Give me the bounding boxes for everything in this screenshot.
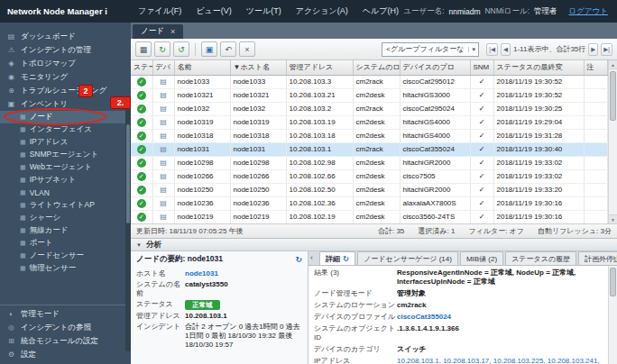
col-mgmt-address[interactable]: 管理アドレス — [286, 60, 353, 75]
sidebar-item-management-mode[interactable]: ◐ 管理モード — [0, 307, 131, 321]
col-device[interactable]: デバ — [152, 60, 174, 75]
cell-profile-link[interactable]: alaxalaAX7800S — [400, 196, 470, 210]
sidebar-item-ip-subnets[interactable]: ▦ IPサブネット — [0, 174, 131, 187]
menu-actions[interactable]: アクション(A) — [296, 5, 348, 17]
sidebar-item-troubleshooting[interactable]: ⊕ トラブルシューティング — [0, 84, 131, 97]
table-scrollbar-thumb[interactable] — [610, 71, 616, 121]
sidebar-item-ip-addresses[interactable]: ▦ IPアドレス — [0, 136, 131, 149]
table-row-selected[interactable]: ✓ ▤ node1031 node1031 10.208.103.1 cm2ra… — [131, 142, 608, 156]
sidebar-item-dashboard[interactable]: ▤ ダッシュボード — [0, 30, 131, 43]
next-page-button[interactable]: ▶ — [588, 43, 598, 56]
menu-help[interactable]: ヘルプ(H) — [363, 5, 399, 17]
sidebar-item-incident-browsing[interactable]: ◎ インシデントの参照 — [0, 321, 131, 334]
tab-mib-values[interactable]: MIB値 (2) — [460, 251, 503, 265]
ip-addresses-links[interactable]: 10.208.103.1, 10.208.103.17, 10.208.103.… — [397, 357, 607, 364]
menu-tools[interactable]: ツール(T) — [246, 5, 281, 17]
cell-status-changed: 2018/11/19 19:29:04 — [493, 115, 584, 129]
refresh-icon[interactable]: ↻ — [295, 255, 302, 264]
col-notes[interactable]: 注 — [584, 60, 608, 75]
details-scrollbar-thumb[interactable] — [610, 268, 616, 296]
sidebar-item-physical-sensors[interactable]: ▦ 物理センサー — [0, 262, 131, 275]
col-hostname[interactable]: ▼ホスト名 — [230, 60, 286, 75]
hostname-link[interactable]: node1031 — [185, 269, 302, 278]
cell-status-changed: 2018/11/19 19:33:20 — [493, 183, 584, 196]
cell-profile-link[interactable]: hitachiGR2000 — [400, 156, 470, 169]
close-icon[interactable]: × — [170, 27, 175, 36]
cell-profile-link[interactable]: cisco3560-24TS — [400, 210, 470, 223]
tab-node-sensor-gauges[interactable]: ノードセンサーゲージ (14) — [357, 251, 458, 265]
table-scrollbar[interactable]: ▲ ▼ — [608, 60, 617, 223]
cell-notes — [584, 169, 608, 183]
sidebar-item-lightweight-ap[interactable]: ▦ ライトウェイトAP — [0, 199, 131, 212]
sidebar-item-interfaces[interactable]: ▦ インターフェイス — [0, 123, 131, 136]
table-row[interactable]: ✓ ▤ node10250 node10250 10.208.102.50 cm… — [131, 183, 608, 196]
cell-profile-link[interactable]: hitachiGR2000 — [400, 183, 470, 196]
grid-icon: ▦ — [20, 139, 26, 146]
group-filter-select[interactable]: <グループフィルターな ▼ — [382, 42, 479, 57]
sidebar-item-chassis[interactable]: ▦ シャーシ — [0, 212, 131, 224]
chevron-left-icon[interactable]: ‹ — [310, 253, 313, 262]
sidebar-item-incident-management[interactable]: ⚠ インシデントの管理 — [0, 43, 131, 57]
table-row[interactable]: ✓ ▤ node10266 node10266 10.208.102.66 cm… — [131, 169, 608, 183]
cell-notes — [584, 75, 608, 88]
save-button[interactable]: ▣ — [201, 41, 217, 57]
table-row[interactable]: ✓ ▤ node1032 node1032 10.208.103.2 cm2ra… — [131, 102, 608, 115]
table-row[interactable]: ✓ ▤ node10298 node10298 10.208.102.98 cm… — [131, 156, 608, 169]
sidebar-item-ports[interactable]: ▦ ポート — [0, 237, 131, 250]
sidebar-item-integration-module-config[interactable]: ⊞ 統合モジュールの設定 — [0, 334, 131, 348]
chevron-right-icon[interactable]: › — [612, 253, 615, 262]
sidebar-item-settings[interactable]: ⚙ 設定 — [0, 348, 131, 361]
tab-nodes[interactable]: ノード × — [133, 24, 183, 39]
table-row[interactable]: ✓ ▤ node10219 node10219 10.208.102.19 cm… — [131, 210, 608, 223]
device-profile-link[interactable]: ciscoCat355024 — [397, 313, 607, 322]
cell-profile-link[interactable]: hitachiGS4000 — [400, 129, 470, 142]
table-row[interactable]: ✓ ▤ node10319 node10319 10.208.103.19 cm… — [131, 115, 608, 129]
table-row[interactable]: ✓ ▤ node10318 node10318 10.208.103.18 cm… — [131, 129, 608, 142]
table-row[interactable]: ✓ ▤ node10321 node10321 10.208.103.21 cm… — [131, 88, 608, 102]
cell-profile-link[interactable]: hitachiGS3000 — [400, 88, 470, 102]
col-sys-location[interactable]: システムのロケ — [353, 60, 400, 75]
col-status[interactable]: ステータ — [131, 60, 152, 75]
analysis-header[interactable]: ▼ 分析 — [131, 239, 617, 251]
refresh-icon[interactable]: ↻ — [343, 254, 349, 263]
details-scrollbar[interactable] — [608, 266, 617, 364]
scroll-down-icon[interactable]: ▼ — [609, 214, 617, 223]
refresh-all-button[interactable]: ↺ — [173, 41, 189, 57]
main-area: ノード × ▦ ↻ ↺ ▣ ↶ × <グループフィルターな ▼ |◀ ◀ 1-1… — [131, 23, 617, 364]
prev-page-button[interactable]: ◀ — [501, 43, 511, 56]
refresh-button[interactable]: ↻ — [154, 41, 170, 57]
menu-view[interactable]: ビュー(V) — [196, 5, 231, 17]
cell-profile-link[interactable]: ciscoCat355024 — [400, 142, 470, 156]
sidebar-item-wireless-card[interactable]: ▦ 無線カード — [0, 224, 131, 237]
cell-profile-link[interactable]: ciscoCat295024 — [400, 102, 470, 115]
scroll-up-icon[interactable]: ▲ — [609, 60, 617, 69]
sidebar-item-topology-map[interactable]: ◈ トポロジマップ — [0, 57, 131, 70]
first-page-button[interactable]: |◀ — [486, 43, 498, 56]
delete-button[interactable]: × — [239, 41, 255, 57]
tab-status-history[interactable]: ステータスの履歴 — [505, 251, 576, 265]
sidebar-item-monitoring[interactable]: ◉ モニタリング — [0, 70, 131, 84]
open-view-button[interactable]: ▦ — [135, 41, 152, 57]
table-row[interactable]: ✓ ▤ node1033 node1033 10.208.103.3 cm2ra… — [131, 75, 608, 88]
sidebar-scrollbar-thumb[interactable] — [126, 124, 130, 223]
tab-details[interactable]: 詳細 ↻ — [319, 251, 355, 265]
col-status-changed[interactable]: ステータスの最終変 — [493, 60, 584, 75]
tab-outage[interactable]: 計画外停止 — [578, 251, 617, 265]
sidebar-item-web-agents[interactable]: ▦ Webエージェント — [0, 161, 131, 174]
user-name-value: nnmiadm — [449, 7, 481, 16]
undo-button[interactable]: ↶ — [220, 41, 236, 57]
last-page-button[interactable]: ▶| — [601, 43, 612, 56]
sidebar-item-vlan[interactable]: ▦ VLAN — [0, 187, 131, 199]
col-name[interactable]: 名前 — [174, 60, 230, 75]
cell-profile-link[interactable]: cisco7505 — [400, 169, 470, 183]
sidebar-item-snmp-agents[interactable]: ▦ SNMPエージェント — [0, 149, 131, 161]
col-device-profile[interactable]: デバイスのプロ — [400, 60, 470, 75]
logout-link[interactable]: ログアウト — [569, 6, 609, 17]
cell-profile-link[interactable]: ciscoCat295012 — [400, 75, 470, 88]
menu-file[interactable]: ファイル(F) — [138, 5, 181, 17]
device-icon: ▤ — [160, 105, 167, 113]
col-snmp[interactable]: SNM — [470, 60, 493, 75]
sidebar-item-node-sensors[interactable]: ▦ ノードセンサー — [0, 250, 131, 262]
cell-profile-link[interactable]: hitachiGS4000 — [400, 115, 470, 129]
table-row[interactable]: ✓ ▤ node10236 node10236 10.208.102.36 cm… — [131, 196, 608, 210]
